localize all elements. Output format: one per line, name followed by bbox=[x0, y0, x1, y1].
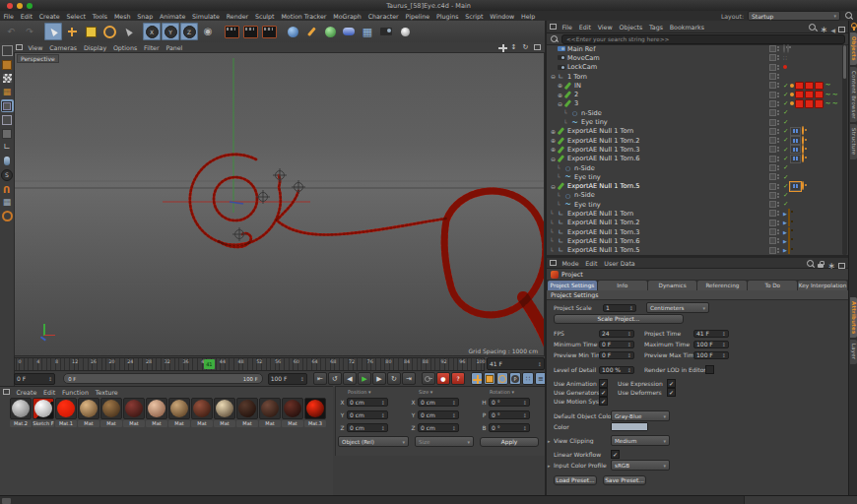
visibility-toggles[interactable] bbox=[769, 237, 783, 244]
menu-help[interactable]: Help bbox=[518, 13, 539, 20]
texture-tag[interactable] bbox=[795, 82, 804, 91]
render-to-picture-viewer-button[interactable] bbox=[241, 23, 259, 40]
visibility-toggles[interactable] bbox=[769, 201, 783, 208]
magnet-snap-button[interactable]: U bbox=[1, 182, 14, 195]
stepper-icon[interactable]: ↕ bbox=[300, 376, 304, 382]
axis-x-lock-button[interactable]: X bbox=[143, 23, 161, 40]
menu-pipeline[interactable]: Pipeline bbox=[402, 13, 432, 20]
check-tag[interactable]: ✓ bbox=[783, 147, 788, 154]
stepper-icon[interactable]: ↕ bbox=[538, 361, 542, 367]
check-tag[interactable]: ✓ bbox=[783, 192, 788, 199]
tree-row-exportae-null-1-torn-3[interactable]: └∟ExportAE Null 1 Torn.3▶ bbox=[547, 227, 840, 236]
menu-select[interactable]: Select bbox=[63, 13, 89, 20]
tree-row-n-side[interactable]: └○n-Side✓ bbox=[547, 163, 840, 172]
tree-row-1-torn[interactable]: ⊖∟1 Torn bbox=[547, 72, 840, 81]
film-tag[interactable] bbox=[787, 46, 789, 52]
material-thumbnail[interactable] bbox=[78, 398, 99, 419]
menu-mograph[interactable]: MoGraph bbox=[330, 13, 364, 20]
attribute-value-field[interactable]: 41 F↕ bbox=[693, 330, 729, 338]
object-manager-menu-objects[interactable]: Objects bbox=[616, 24, 646, 31]
scene-camera-button[interactable] bbox=[377, 23, 395, 40]
viewport-menu-panel[interactable]: Panel bbox=[163, 44, 186, 51]
coordinate-mode-select[interactable]: Object (Rel) ▾ bbox=[338, 436, 409, 447]
coordinate-group-rotation[interactable]: Rotation ▾ bbox=[490, 389, 514, 395]
material-thumbnail[interactable] bbox=[10, 398, 32, 419]
deformers-button[interactable] bbox=[340, 23, 358, 40]
tab-project-settings[interactable]: Project Settings bbox=[548, 281, 597, 290]
tree-row-in[interactable]: ⊕IN✓~ bbox=[547, 81, 840, 90]
wave-tag[interactable]: ~ bbox=[824, 100, 830, 107]
menu-render[interactable]: Render bbox=[223, 13, 251, 20]
viewport-menu-cameras[interactable]: Cameras bbox=[46, 44, 81, 51]
object-search-input[interactable]: <<Enter your search string here>> bbox=[561, 34, 845, 44]
viewport-menu-view[interactable]: View bbox=[25, 44, 46, 51]
stepper-icon[interactable]: ↕ bbox=[48, 376, 52, 382]
side-tab-attributes[interactable]: Attributes bbox=[850, 297, 857, 338]
visibility-toggles[interactable] bbox=[769, 54, 783, 61]
visibility-toggles[interactable] bbox=[769, 64, 783, 71]
move-tool-button[interactable] bbox=[63, 23, 81, 40]
material-menu-create[interactable]: Create bbox=[13, 389, 40, 396]
input-color-profile-select[interactable]: sRGB▾ bbox=[611, 460, 670, 471]
attribute-value-field[interactable]: 1↕ bbox=[603, 304, 636, 312]
record-scale-toggle[interactable] bbox=[484, 372, 495, 385]
object-manager-menu-bookmarks[interactable]: Bookmarks bbox=[666, 24, 707, 31]
visibility-toggles[interactable] bbox=[769, 146, 783, 153]
pos-tag[interactable] bbox=[790, 145, 801, 154]
save-preset-button[interactable]: Save Preset... bbox=[603, 475, 646, 485]
check-tag[interactable]: ✓ bbox=[783, 183, 788, 190]
coordinate-value-field[interactable]: 0 °↕ bbox=[489, 398, 530, 407]
coordinate-value-field[interactable]: 0 cm↕ bbox=[347, 410, 388, 419]
coordinate-system-button[interactable]: ◉ bbox=[199, 23, 217, 40]
live-selection-button[interactable] bbox=[44, 23, 62, 40]
odot-tag[interactable] bbox=[790, 100, 794, 106]
object-manager-menu-tags[interactable]: Tags bbox=[646, 24, 667, 31]
arrow-tag[interactable]: ▶ bbox=[783, 238, 787, 244]
tree-row-exportae-null-1-torn-6[interactable]: ⊖ExportAE Null 1 Torn.6✓ bbox=[547, 155, 840, 163]
menu-character[interactable]: Character bbox=[364, 13, 402, 20]
expand-icon[interactable]: ⊕ bbox=[550, 137, 557, 144]
stepper-icon[interactable]: ↕ bbox=[452, 425, 456, 431]
record-parameter-toggle[interactable]: P bbox=[509, 372, 521, 385]
tab-to-do[interactable]: To Do bbox=[748, 281, 797, 290]
visibility-toggles[interactable] bbox=[769, 156, 783, 162]
material-thumbnail[interactable] bbox=[304, 398, 326, 419]
reddot-tag[interactable] bbox=[783, 64, 787, 70]
side-tab-content-browser[interactable]: Content Browser bbox=[850, 67, 857, 123]
visibility-toggles[interactable] bbox=[769, 82, 783, 89]
tree-row-2[interactable]: ⊕2✓~~ bbox=[547, 90, 840, 98]
tree-row-exportae-null-1-torn-5[interactable]: └∟ExportAE Null 1 Torn.5▶ bbox=[547, 246, 840, 255]
collapse-icon[interactable]: ⊖ bbox=[550, 183, 557, 190]
viewport-canvas[interactable]: Perspective Grid Spacing : 1000 cm bbox=[14, 52, 545, 356]
menu-animate[interactable]: Animate bbox=[157, 13, 189, 20]
load-preset-button[interactable]: Load Preset... bbox=[554, 475, 597, 485]
object-axis-mode-button[interactable]: ∟ bbox=[1, 141, 14, 154]
object-manager-menu-file[interactable]: File bbox=[559, 24, 575, 31]
obox-tag[interactable] bbox=[788, 211, 790, 217]
coordinate-value-field[interactable]: 0 °↕ bbox=[489, 423, 530, 432]
checkbox[interactable]: ✓ bbox=[599, 397, 608, 406]
menu-tools[interactable]: Tools bbox=[89, 13, 110, 20]
make-editable-button[interactable] bbox=[1, 44, 14, 57]
last-tool-button[interactable] bbox=[119, 23, 137, 40]
tree-row-3[interactable]: ⊖3✓~~ bbox=[547, 99, 840, 108]
rotation-band-button[interactable] bbox=[1, 210, 14, 222]
workplane-button[interactable]: ▦ bbox=[1, 196, 14, 209]
redo-button[interactable]: ↷ bbox=[21, 23, 38, 40]
stepper-icon[interactable]: ↕ bbox=[523, 400, 527, 406]
visibility-toggles[interactable] bbox=[769, 164, 783, 171]
attribute-menu-user-data[interactable]: User Data bbox=[601, 260, 638, 267]
viewport-filter-button[interactable] bbox=[1, 155, 14, 167]
viewport-camera-label[interactable]: Perspective bbox=[17, 54, 59, 63]
target-tag[interactable] bbox=[802, 128, 804, 134]
stepper-icon[interactable]: ↕ bbox=[627, 342, 631, 347]
workplane-mode-button[interactable]: ▦ bbox=[1, 86, 14, 98]
checkbox[interactable]: ✓ bbox=[611, 450, 620, 459]
checkbox[interactable] bbox=[705, 365, 714, 374]
obox-tag[interactable] bbox=[788, 247, 790, 253]
autokeying-button[interactable]: ? bbox=[451, 372, 465, 385]
spline-pen-button[interactable] bbox=[302, 23, 320, 40]
side-tab-layer[interactable]: Layer bbox=[850, 340, 857, 363]
tree-row-exportae-null-1-torn[interactable]: └∟ExportAE Null 1 Torn▶ bbox=[547, 209, 840, 218]
attribute-value-field[interactable]: 24↕ bbox=[599, 330, 634, 338]
